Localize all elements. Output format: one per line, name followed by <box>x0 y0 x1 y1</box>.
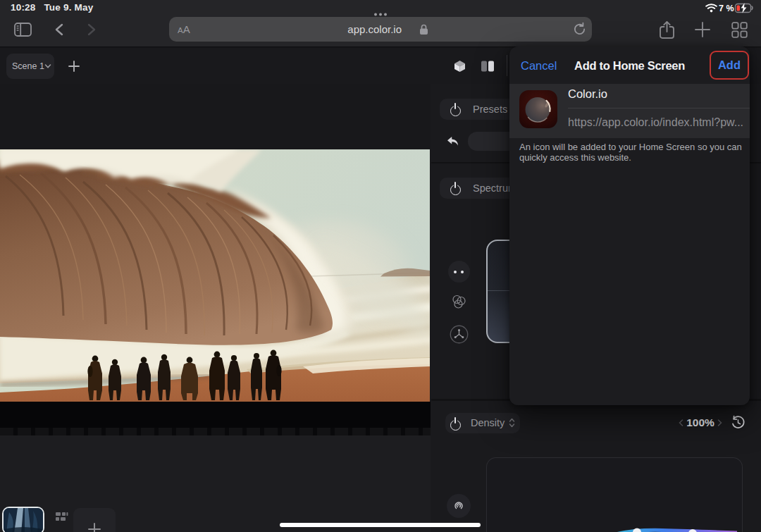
svg-text:7 %: 7 % <box>719 4 734 13</box>
